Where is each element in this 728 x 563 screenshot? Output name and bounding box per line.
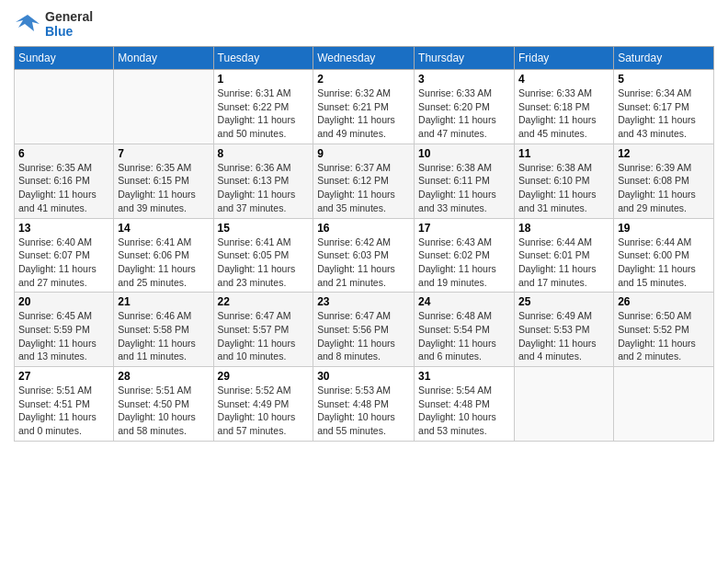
day-number: 5 [618, 73, 710, 86]
day-info: Sunrise: 6:45 AM Sunset: 5:59 PM Dayligh… [18, 309, 109, 363]
calendar-cell: 26Sunrise: 6:50 AM Sunset: 5:52 PM Dayli… [614, 293, 714, 367]
day-info: Sunrise: 6:41 AM Sunset: 6:06 PM Dayligh… [118, 236, 209, 290]
day-info: Sunrise: 6:31 AM Sunset: 6:22 PM Dayligh… [218, 86, 310, 141]
calendar-cell: 11Sunrise: 6:38 AM Sunset: 6:10 PM Dayli… [514, 144, 613, 218]
weekday-monday: Monday [114, 47, 213, 70]
day-number: 17 [418, 222, 510, 235]
calendar-cell [514, 367, 613, 442]
calendar-cell: 17Sunrise: 6:43 AM Sunset: 6:02 PM Dayli… [415, 218, 515, 293]
day-number: 1 [218, 73, 310, 86]
day-info: Sunrise: 6:41 AM Sunset: 6:05 PM Dayligh… [218, 236, 310, 290]
day-info: Sunrise: 5:54 AM Sunset: 4:48 PM Dayligh… [418, 384, 510, 438]
day-number: 31 [418, 370, 510, 383]
day-info: Sunrise: 6:33 AM Sunset: 6:18 PM Dayligh… [518, 86, 609, 141]
calendar-cell: 16Sunrise: 6:42 AM Sunset: 6:03 PM Dayli… [313, 218, 415, 293]
weekday-header-row: SundayMondayTuesdayWednesdayThursdayFrid… [15, 47, 714, 70]
calendar-cell [614, 367, 714, 442]
day-info: Sunrise: 6:33 AM Sunset: 6:20 PM Dayligh… [418, 86, 510, 141]
calendar-cell: 18Sunrise: 6:44 AM Sunset: 6:01 PM Dayli… [514, 218, 613, 293]
calendar-cell: 15Sunrise: 6:41 AM Sunset: 6:05 PM Dayli… [213, 218, 313, 293]
day-number: 4 [518, 73, 609, 86]
day-info: Sunrise: 5:51 AM Sunset: 4:50 PM Dayligh… [118, 384, 209, 438]
calendar-cell: 12Sunrise: 6:39 AM Sunset: 6:08 PM Dayli… [614, 144, 714, 218]
weekday-friday: Friday [514, 47, 613, 70]
calendar-cell: 20Sunrise: 6:45 AM Sunset: 5:59 PM Dayli… [15, 293, 114, 367]
day-number: 23 [317, 295, 410, 308]
weekday-wednesday: Wednesday [313, 47, 415, 70]
calendar-table: SundayMondayTuesdayWednesdayThursdayFrid… [14, 46, 714, 442]
calendar-cell: 8Sunrise: 6:36 AM Sunset: 6:13 PM Daylig… [213, 144, 313, 218]
day-info: Sunrise: 6:42 AM Sunset: 6:03 PM Dayligh… [317, 236, 410, 290]
calendar-cell: 25Sunrise: 6:49 AM Sunset: 5:53 PM Dayli… [514, 293, 613, 367]
day-number: 16 [317, 222, 410, 235]
weekday-thursday: Thursday [415, 47, 515, 70]
header: General Blue [14, 9, 714, 39]
calendar-cell: 28Sunrise: 5:51 AM Sunset: 4:50 PM Dayli… [114, 367, 213, 442]
calendar-cell: 14Sunrise: 6:41 AM Sunset: 6:06 PM Dayli… [114, 218, 213, 293]
week-row-4: 20Sunrise: 6:45 AM Sunset: 5:59 PM Dayli… [15, 293, 714, 367]
week-row-2: 6Sunrise: 6:35 AM Sunset: 6:16 PM Daylig… [15, 144, 714, 218]
calendar-cell: 13Sunrise: 6:40 AM Sunset: 6:07 PM Dayli… [15, 218, 114, 293]
calendar-cell: 21Sunrise: 6:46 AM Sunset: 5:58 PM Dayli… [114, 293, 213, 367]
calendar-cell: 1Sunrise: 6:31 AM Sunset: 6:22 PM Daylig… [213, 70, 313, 144]
calendar-cell: 4Sunrise: 6:33 AM Sunset: 6:18 PM Daylig… [514, 70, 613, 144]
day-number: 12 [618, 147, 710, 160]
day-info: Sunrise: 5:51 AM Sunset: 4:51 PM Dayligh… [18, 384, 109, 438]
logo-bird-icon [14, 11, 41, 37]
day-number: 2 [317, 73, 410, 86]
day-info: Sunrise: 6:38 AM Sunset: 6:10 PM Dayligh… [518, 161, 609, 215]
day-number: 18 [518, 222, 609, 235]
logo: General Blue [14, 9, 93, 39]
day-number: 21 [118, 295, 209, 308]
calendar-cell: 31Sunrise: 5:54 AM Sunset: 4:48 PM Dayli… [415, 367, 515, 442]
day-number: 7 [118, 147, 209, 160]
day-number: 28 [118, 370, 209, 383]
calendar-cell: 23Sunrise: 6:47 AM Sunset: 5:56 PM Dayli… [313, 293, 415, 367]
day-number: 24 [418, 295, 510, 308]
calendar-cell: 10Sunrise: 6:38 AM Sunset: 6:11 PM Dayli… [415, 144, 515, 218]
day-info: Sunrise: 6:36 AM Sunset: 6:13 PM Dayligh… [218, 161, 310, 215]
day-number: 8 [218, 147, 310, 160]
day-info: Sunrise: 6:37 AM Sunset: 6:12 PM Dayligh… [317, 161, 410, 215]
day-info: Sunrise: 5:52 AM Sunset: 4:49 PM Dayligh… [218, 384, 310, 438]
weekday-tuesday: Tuesday [213, 47, 313, 70]
calendar-cell: 24Sunrise: 6:48 AM Sunset: 5:54 PM Dayli… [415, 293, 515, 367]
calendar-cell: 5Sunrise: 6:34 AM Sunset: 6:17 PM Daylig… [614, 70, 714, 144]
calendar-cell: 9Sunrise: 6:37 AM Sunset: 6:12 PM Daylig… [313, 144, 415, 218]
day-number: 11 [518, 147, 609, 160]
day-info: Sunrise: 6:39 AM Sunset: 6:08 PM Dayligh… [618, 161, 710, 215]
logo-text: General Blue [45, 9, 93, 39]
calendar-cell: 19Sunrise: 6:44 AM Sunset: 6:00 PM Dayli… [614, 218, 714, 293]
weekday-saturday: Saturday [614, 47, 714, 70]
day-number: 9 [317, 147, 410, 160]
day-info: Sunrise: 6:40 AM Sunset: 6:07 PM Dayligh… [18, 236, 109, 290]
calendar-cell: 7Sunrise: 6:35 AM Sunset: 6:15 PM Daylig… [114, 144, 213, 218]
week-row-3: 13Sunrise: 6:40 AM Sunset: 6:07 PM Dayli… [15, 218, 714, 293]
day-info: Sunrise: 6:35 AM Sunset: 6:16 PM Dayligh… [18, 161, 109, 215]
calendar-cell: 30Sunrise: 5:53 AM Sunset: 4:48 PM Dayli… [313, 367, 415, 442]
calendar-cell [15, 70, 114, 144]
day-info: Sunrise: 5:53 AM Sunset: 4:48 PM Dayligh… [317, 384, 410, 438]
calendar-cell: 3Sunrise: 6:33 AM Sunset: 6:20 PM Daylig… [415, 70, 515, 144]
day-info: Sunrise: 6:44 AM Sunset: 6:01 PM Dayligh… [518, 236, 609, 290]
day-info: Sunrise: 6:32 AM Sunset: 6:21 PM Dayligh… [317, 86, 410, 141]
day-info: Sunrise: 6:48 AM Sunset: 5:54 PM Dayligh… [418, 309, 510, 363]
weekday-sunday: Sunday [15, 47, 114, 70]
day-number: 25 [518, 295, 609, 308]
day-info: Sunrise: 6:47 AM Sunset: 5:57 PM Dayligh… [218, 309, 310, 363]
day-info: Sunrise: 6:47 AM Sunset: 5:56 PM Dayligh… [317, 309, 410, 363]
calendar-cell: 6Sunrise: 6:35 AM Sunset: 6:16 PM Daylig… [15, 144, 114, 218]
page: General Blue SundayMondayTuesdayWednesda… [0, 0, 728, 563]
day-number: 14 [118, 222, 209, 235]
svg-marker-0 [16, 15, 40, 31]
day-info: Sunrise: 6:46 AM Sunset: 5:58 PM Dayligh… [118, 309, 209, 363]
calendar-cell: 2Sunrise: 6:32 AM Sunset: 6:21 PM Daylig… [313, 70, 415, 144]
day-number: 26 [618, 295, 710, 308]
week-row-5: 27Sunrise: 5:51 AM Sunset: 4:51 PM Dayli… [15, 367, 714, 442]
calendar-cell: 27Sunrise: 5:51 AM Sunset: 4:51 PM Dayli… [15, 367, 114, 442]
day-number: 13 [18, 222, 109, 235]
day-info: Sunrise: 6:34 AM Sunset: 6:17 PM Dayligh… [618, 86, 710, 141]
day-info: Sunrise: 6:35 AM Sunset: 6:15 PM Dayligh… [118, 161, 209, 215]
calendar-cell [114, 70, 213, 144]
day-info: Sunrise: 6:44 AM Sunset: 6:00 PM Dayligh… [618, 236, 710, 290]
